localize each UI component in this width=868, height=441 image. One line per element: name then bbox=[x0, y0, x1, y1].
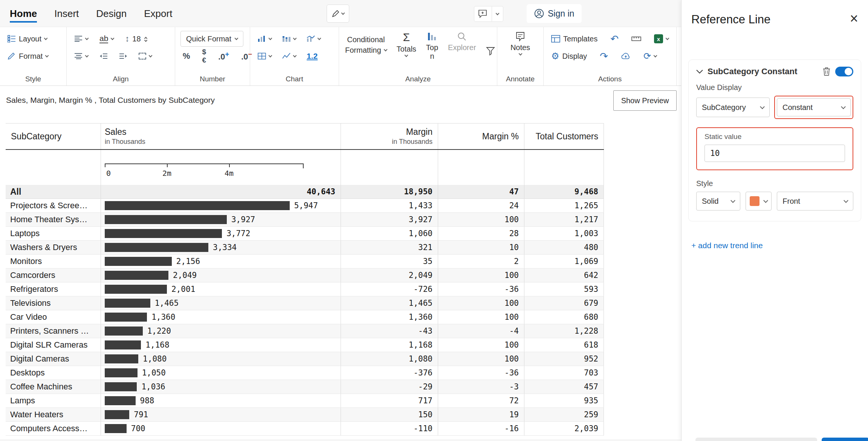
chevron-down-icon bbox=[293, 53, 297, 57]
menu-tab-home[interactable]: Home bbox=[10, 0, 37, 27]
vertical-align-button[interactable] bbox=[72, 52, 90, 61]
sign-in-button[interactable]: Sign in bbox=[527, 4, 582, 23]
header-margin[interactable]: Margin in Thousands bbox=[341, 124, 438, 149]
chevron-down-icon[interactable] bbox=[696, 70, 703, 74]
row-height-stepper[interactable]: ↕ 18 bbox=[123, 32, 149, 45]
table-row[interactable]: Digital Cameras 1,080 1,080 100 952 bbox=[6, 352, 604, 366]
conditional-formatting-line2: Formatting bbox=[345, 46, 381, 55]
menu-tab-design[interactable]: Design bbox=[96, 0, 127, 27]
refresh-button[interactable]: ⟳ bbox=[641, 50, 659, 63]
combo-chart-icon bbox=[307, 35, 315, 42]
header-subcategory[interactable]: SubCategory bbox=[6, 124, 101, 149]
header-margin-pct[interactable]: Margin % bbox=[438, 124, 524, 149]
margin-value: 1,168 bbox=[341, 338, 438, 352]
percent-format-button[interactable]: % bbox=[180, 50, 193, 63]
increase-decimal-button[interactable]: .0+ bbox=[216, 49, 231, 63]
line-style-dropdown[interactable]: Solid bbox=[696, 192, 740, 211]
edit-mode-button[interactable] bbox=[327, 5, 349, 23]
chart-options-button[interactable] bbox=[255, 51, 274, 61]
undo-button[interactable]: ↶ bbox=[608, 32, 621, 45]
table-row[interactable]: Refrigerators 2,001 -726 -36 593 bbox=[6, 282, 604, 296]
redo-button[interactable]: ↷ bbox=[598, 50, 610, 63]
menu-tab-insert[interactable]: Insert bbox=[54, 0, 79, 27]
quick-format-dropdown[interactable]: Quick Format bbox=[180, 31, 243, 47]
table-row[interactable]: Coffee Machines 1,036 -29 -3 457 bbox=[6, 380, 604, 394]
notes-label: Notes bbox=[510, 43, 530, 52]
reference-line-toggle[interactable] bbox=[835, 67, 853, 76]
static-value-input[interactable] bbox=[704, 145, 845, 162]
header-sales[interactable]: Sales in Thousands bbox=[101, 124, 341, 149]
menu-tab-export[interactable]: Export bbox=[144, 0, 172, 27]
indent-increase-button[interactable] bbox=[117, 52, 130, 61]
ruler-button[interactable] bbox=[629, 34, 643, 43]
filter-button[interactable] bbox=[482, 30, 499, 57]
currency-format-button[interactable]: $€ bbox=[200, 46, 209, 66]
margin-value: 35 bbox=[341, 255, 438, 268]
header-total-customers[interactable]: Total Customers bbox=[524, 124, 604, 149]
add-comment-button[interactable] bbox=[474, 6, 492, 22]
menu-tabs: Home Insert Design Export bbox=[10, 0, 172, 27]
margin-value: 150 bbox=[341, 408, 438, 421]
table-row[interactable]: Computers Access… 700 -110 -16 2,039 bbox=[6, 422, 604, 436]
chevron-down-icon bbox=[111, 36, 115, 40]
panel-footer-secondary-button[interactable] bbox=[695, 438, 817, 441]
trash-icon[interactable] bbox=[822, 67, 831, 76]
add-trend-line-link[interactable]: + add new trend line bbox=[691, 241, 763, 250]
stacked-chart-type-button[interactable] bbox=[280, 34, 298, 44]
excel-icon: x bbox=[654, 34, 663, 43]
top-n-button[interactable]: Top n bbox=[422, 30, 442, 62]
visual-title: Sales, Margin, Margin % , Total Customer… bbox=[6, 96, 215, 105]
ribbon-group-analyze: Conditional Formatting Σ Totals Top n bbox=[339, 27, 497, 85]
bar-chart-type-button[interactable] bbox=[255, 34, 274, 44]
explorer-button[interactable]: Explorer bbox=[444, 30, 480, 53]
layout-button[interactable]: Layout bbox=[5, 33, 49, 45]
chart-decimal-button[interactable]: 1.2 bbox=[304, 50, 320, 62]
chevron-down-icon bbox=[518, 52, 522, 56]
close-icon[interactable]: × bbox=[850, 11, 858, 26]
table-row[interactable]: Monitors 2,156 35 2 1,069 bbox=[6, 255, 604, 269]
value-display-field-dropdown[interactable]: SubCategory bbox=[696, 98, 770, 117]
notes-button[interactable]: Notes bbox=[507, 30, 534, 56]
conditional-formatting-button[interactable]: Conditional Formatting bbox=[341, 30, 391, 56]
table-row[interactable]: Desktops 1,050 -376 -36 703 bbox=[6, 366, 604, 380]
combo-chart-type-button[interactable] bbox=[304, 34, 323, 44]
table-row[interactable]: Lamps 988 717 72 935 bbox=[6, 394, 604, 408]
table-row[interactable]: Camcorders 2,049 2,049 100 642 bbox=[6, 269, 604, 282]
publish-button[interactable] bbox=[619, 51, 633, 61]
templates-button[interactable]: Templates bbox=[549, 33, 600, 45]
format-button[interactable]: Format bbox=[5, 50, 50, 62]
data-table: SubCategory Sales in Thousands Margin in… bbox=[6, 123, 604, 436]
margin-pct-value: -36 bbox=[438, 282, 524, 296]
table-row[interactable]: Water Heaters 791 150 19 259 bbox=[6, 408, 604, 422]
show-preview-button[interactable]: Show Preview bbox=[613, 90, 677, 111]
table-row[interactable]: Projectors & Scree… 5,947 1,433 24 1,265 bbox=[6, 199, 604, 213]
panel-footer-primary-button[interactable] bbox=[822, 438, 868, 441]
totals-button[interactable]: Σ Totals bbox=[393, 30, 420, 58]
text-style-button[interactable]: ab bbox=[97, 33, 116, 45]
chevron-down-icon bbox=[269, 36, 272, 40]
indent-right-icon bbox=[119, 53, 127, 59]
horizontal-align-button[interactable] bbox=[72, 34, 90, 43]
sparkline-button[interactable] bbox=[280, 51, 298, 61]
sales-value: 2,049 bbox=[173, 269, 197, 282]
comment-dropdown-button[interactable] bbox=[492, 6, 503, 22]
table-row[interactable]: Televisions 1,465 1,465 100 679 bbox=[6, 296, 604, 310]
value-display-type-dropdown[interactable]: Constant bbox=[777, 98, 851, 116]
card-header: SubCategory Constant bbox=[696, 67, 853, 76]
customers-value: 618 bbox=[524, 338, 604, 352]
line-position-dropdown[interactable]: Front bbox=[777, 192, 853, 211]
table-row[interactable]: Digital SLR Cameras 1,168 1,168 100 618 bbox=[6, 338, 604, 352]
display-button[interactable]: ⚙ Display bbox=[549, 50, 589, 63]
table-row[interactable]: Laptops 3,772 1,060 28 1,003 bbox=[6, 227, 604, 241]
sign-in-label: Sign in bbox=[548, 9, 574, 19]
line-color-dropdown[interactable] bbox=[746, 192, 772, 211]
table-total-row[interactable]: All 40,643 18,950 47 9,468 bbox=[6, 185, 604, 199]
table-row[interactable]: Home Theater Sys… 3,927 3,927 100 1,217 bbox=[6, 213, 604, 227]
borders-button[interactable] bbox=[136, 51, 154, 61]
table-row[interactable]: Car Video 1,360 1,360 100 680 bbox=[6, 310, 604, 324]
table-row[interactable]: Washers & Dryers 3,334 321 10 480 bbox=[6, 241, 604, 255]
indent-decrease-button[interactable] bbox=[97, 52, 110, 61]
sales-axis: 02m4m bbox=[101, 150, 341, 185]
export-excel-button[interactable]: x bbox=[652, 33, 671, 45]
table-row[interactable]: Printers, Scanners … 1,220 -43 -4 1,228 bbox=[6, 324, 604, 338]
